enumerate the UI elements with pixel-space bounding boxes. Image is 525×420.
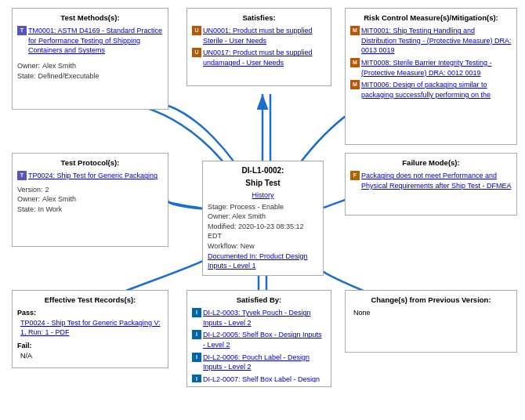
panel-risk-control: Risk Control Measure(s)/Mitigation(s): M… [345,8,517,145]
test-protocol-state-row: State: In Work [17,205,163,215]
center-node-title: Ship Test [208,178,318,189]
state-label: State: [17,205,36,215]
fail-item-value: N/A [20,352,32,360]
list-item: I DI-L2-0003: Tyvek Pouch - Design Input… [192,308,326,328]
list-item: I DI-L2-0007: Shelf Box Label - Design I… [192,375,326,382]
badge-m: M [350,80,360,89]
failure-mode-title: Failure Mode(s): [350,158,512,168]
effective-test-fail-section: Fail: N/A [17,341,163,360]
list-item: U UN0001: Product must be supplied Steri… [192,26,326,46]
center-node: DI-L1-0002: Ship Test History Stage: Pro… [202,161,324,276]
satisfied-by-list: I DI-L2-0003: Tyvek Pouch - Design Input… [192,308,326,382]
panel-failure-mode: Failure Mode(s): F Packaging does not me… [345,153,517,215]
satisfies-link-2[interactable]: UN0017: Product must be supplied undamag… [203,48,326,67]
version-label: Version: [17,185,43,195]
panel-test-protocol: Test Protocol(s): T TP0024: Ship Test fo… [12,153,168,247]
list-item: F Packaging does not meet Performance an… [350,171,512,191]
owner-label: Owner: [17,61,40,71]
panel-effective-test: Effective Test Records(s): Pass: TP0024 … [12,290,168,368]
center-modified: Modified: 2020-10-23 08:35:12 EDT [208,222,318,241]
center-documented-label[interactable]: Documented In: Product Design Inputs - L… [208,252,308,270]
badge-m: M [350,58,360,67]
panel-change: Change(s) from Previous Version: None [345,290,517,353]
satisfied-by-link-1[interactable]: DI-L2-0003: Tyvek Pouch - Design Inputs … [203,308,326,328]
owner-value: Alex Smith [42,61,76,71]
center-history-link[interactable]: History [252,191,273,199]
test-protocol-link-1[interactable]: TP0024: Ship Test for Generic Packaging [28,171,158,181]
diagram-container: DI-L1-0002: Ship Test History Stage: Pro… [0,0,525,420]
version-value: 2 [45,185,49,195]
list-item: I DI-L2-0006: Pouch Label - Design Input… [192,353,326,373]
satisfied-by-link-4[interactable]: DI-L2-0007: Shelf Box Label - Design Inp… [203,375,326,382]
owner-label: Owner: [17,194,40,205]
risk-control-title: Risk Control Measure(s)/Mitigation(s): [350,13,512,23]
list-item: I DI-L2-0005: Shelf Box - Design Inputs … [192,330,326,350]
list-item: M MIT0008: Sterile Barrier Integrity Tes… [350,58,512,78]
badge-f: F [350,171,360,180]
test-methods-owner-row: Owner: Alex Smith [17,61,163,71]
change-value: None [350,308,512,318]
risk-link-1[interactable]: MIT0001: Ship Testing Handling and Distr… [361,26,512,56]
satisfied-by-title: Satisfied By: [192,295,326,305]
badge-t: T [17,171,27,180]
fail-label: Fail: [17,342,32,349]
state-label: State: [17,71,36,81]
badge-t: T [17,26,27,35]
satisfied-by-link-3[interactable]: DI-L2-0006: Pouch Label - Design Inputs … [203,353,326,372]
failure-mode-link-1[interactable]: Packaging does not meet Performance and … [361,171,512,190]
badge-i: I [192,375,201,382]
list-item: M MIT0001: Ship Testing Handling and Dis… [350,26,512,56]
test-methods-title: Test Methods(s): [17,13,163,23]
satisfied-by-link-2[interactable]: DI-L2-0005: Shelf Box - Design Inputs - … [203,330,326,349]
badge-i: I [192,353,201,362]
state-value: Defined/Executable [38,71,100,81]
test-methods-state-row: State: Defined/Executable [17,71,163,81]
panel-satisfies: Satisfies: U UN0001: Product must be sup… [186,8,331,86]
effective-test-pass-section: Pass: TP0024 - Ship Test for Generic Pac… [17,308,163,338]
owner-value: Alex Smith [42,194,76,205]
satisfies-link-1[interactable]: UN0001: Product must be supplied Sterile… [203,26,326,45]
badge-u: U [192,48,201,57]
badge-u: U [192,26,201,35]
risk-control-list: M MIT0001: Ship Testing Handling and Dis… [350,26,512,100]
effective-test-title: Effective Test Records(s): [17,295,163,305]
panel-test-methods: Test Methods(s): T TM0001: ASTM D4169 - … [12,8,168,110]
risk-link-2[interactable]: MIT0008: Sterile Barrier Integrity Testi… [361,58,512,78]
list-item: T TM0001: ASTM D4169 - Standard Practice… [17,26,163,56]
panel-satisfied-by: Satisfied By: I DI-L2-0003: Tyvek Pouch … [186,290,331,387]
list-item: U UN0017: Product must be supplied undam… [192,48,326,68]
badge-i: I [192,308,201,317]
list-item: T TP0024: Ship Test for Generic Packagin… [17,171,163,182]
risk-link-3[interactable]: MIT0006: Design of packaging similar to … [361,80,512,100]
center-stage: Stage: Process - Enable [208,202,318,212]
pass-label: Pass: [17,309,36,317]
test-methods-list: T TM0001: ASTM D4169 - Standard Practice… [17,26,163,58]
pass-item: TP0024 - Ship Test for Generic Packaging… [20,318,163,338]
test-protocol-owner-row: Owner: Alex Smith [17,194,163,205]
state-value: In Work [38,205,63,215]
change-title: Change(s) from Previous Version: [350,295,512,305]
test-method-link-1[interactable]: TM0001: ASTM D4169 - Standard Practice f… [28,26,163,56]
center-node-id: DI-L1-0002: [208,165,318,176]
badge-m: M [350,26,360,35]
center-owner: Owner: Alex Smith [208,212,318,222]
satisfies-title: Satisfies: [192,13,326,23]
test-protocol-version-row: Version: 2 [17,185,163,195]
center-documented: Documented In: Product Design Inputs - L… [208,252,318,271]
fail-item: N/A [20,351,163,361]
test-protocol-title: Test Protocol(s): [17,158,163,168]
badge-i: I [192,330,201,339]
center-workflow: Workflow: New [208,241,318,252]
pass-item-link[interactable]: TP0024 - Ship Test for Generic Packaging… [20,319,161,337]
list-item: M MIT0006: Design of packaging similar t… [350,80,512,100]
